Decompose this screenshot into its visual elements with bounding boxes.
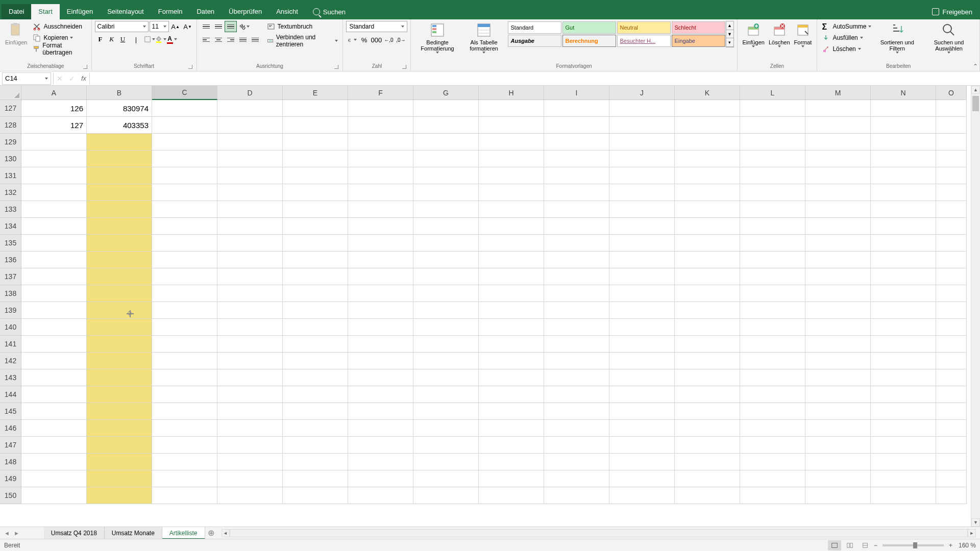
format-painter-button[interactable]: Format übertragen bbox=[31, 43, 88, 55]
decrease-indent-button[interactable] bbox=[237, 34, 249, 45]
cell-L144[interactable] bbox=[740, 386, 805, 403]
zoom-level[interactable]: 160 % bbox=[959, 542, 976, 549]
cell-A129[interactable] bbox=[21, 134, 87, 151]
cell-J142[interactable] bbox=[609, 353, 675, 369]
cell-G136[interactable] bbox=[413, 252, 479, 268]
style-besuchter[interactable]: Besuchter H... bbox=[617, 35, 671, 47]
cell-M129[interactable] bbox=[805, 134, 871, 151]
column-header-M[interactable]: M bbox=[805, 86, 871, 100]
cell-F139[interactable] bbox=[348, 302, 413, 319]
align-center-button[interactable] bbox=[212, 34, 225, 45]
sheet-tab-0[interactable]: Umsatz Q4 2018 bbox=[44, 527, 105, 539]
underline-button[interactable]: U bbox=[117, 34, 129, 45]
cell-M140[interactable] bbox=[805, 319, 871, 336]
cell-K130[interactable] bbox=[675, 151, 740, 167]
cell-D133[interactable] bbox=[217, 201, 283, 218]
cell-M144[interactable] bbox=[805, 386, 871, 403]
cell-B128[interactable]: 403353 bbox=[87, 117, 152, 134]
cell-I133[interactable] bbox=[544, 201, 609, 218]
normal-view-button[interactable] bbox=[828, 540, 841, 550]
cell-G128[interactable] bbox=[413, 117, 479, 134]
cell-E141[interactable] bbox=[283, 336, 348, 353]
delete-cells-button[interactable]: Löschen bbox=[767, 21, 792, 48]
cell-K150[interactable] bbox=[675, 487, 740, 504]
cell-L137[interactable] bbox=[740, 268, 805, 285]
cell-D144[interactable] bbox=[217, 386, 283, 403]
cell-N134[interactable] bbox=[871, 218, 936, 235]
cell-C144[interactable] bbox=[152, 386, 217, 403]
cell-A150[interactable] bbox=[21, 487, 87, 504]
cell-C132[interactable] bbox=[152, 184, 217, 201]
cell-E148[interactable] bbox=[283, 454, 348, 470]
cell-L150[interactable] bbox=[740, 487, 805, 504]
cell-M138[interactable] bbox=[805, 285, 871, 302]
cell-O139[interactable] bbox=[936, 302, 967, 319]
cell-F149[interactable] bbox=[348, 470, 413, 487]
merge-center-button[interactable]: Verbinden und zentrieren bbox=[265, 35, 340, 46]
cell-H150[interactable] bbox=[479, 487, 544, 504]
cell-H127[interactable] bbox=[479, 100, 544, 117]
cell-H139[interactable] bbox=[479, 302, 544, 319]
increase-font-button[interactable]: A▲ bbox=[170, 21, 181, 32]
cell-K132[interactable] bbox=[675, 184, 740, 201]
cell-N145[interactable] bbox=[871, 403, 936, 420]
cell-G142[interactable] bbox=[413, 353, 479, 369]
cell-J146[interactable] bbox=[609, 420, 675, 437]
cell-N131[interactable] bbox=[871, 167, 936, 184]
cell-L134[interactable] bbox=[740, 218, 805, 235]
cell-E147[interactable] bbox=[283, 437, 348, 454]
cell-B143[interactable] bbox=[87, 369, 152, 386]
cell-K140[interactable] bbox=[675, 319, 740, 336]
column-header-F[interactable]: F bbox=[348, 86, 413, 100]
cell-K134[interactable] bbox=[675, 218, 740, 235]
decrease-font-button[interactable]: A▼ bbox=[182, 21, 193, 32]
cell-F150[interactable] bbox=[348, 487, 413, 504]
cell-D145[interactable] bbox=[217, 403, 283, 420]
cell-H134[interactable] bbox=[479, 218, 544, 235]
cell-N140[interactable] bbox=[871, 319, 936, 336]
cell-C136[interactable] bbox=[152, 252, 217, 268]
cell-H147[interactable] bbox=[479, 437, 544, 454]
cell-H128[interactable] bbox=[479, 117, 544, 134]
row-header-133[interactable]: 133 bbox=[0, 201, 21, 218]
cell-B140[interactable] bbox=[87, 319, 152, 336]
cell-J135[interactable] bbox=[609, 235, 675, 252]
cell-D136[interactable] bbox=[217, 252, 283, 268]
cell-B149[interactable] bbox=[87, 470, 152, 487]
cell-N142[interactable] bbox=[871, 353, 936, 369]
row-header-147[interactable]: 147 bbox=[0, 437, 21, 454]
cell-B147[interactable] bbox=[87, 437, 152, 454]
select-all-corner[interactable] bbox=[0, 86, 21, 100]
column-header-O[interactable]: O bbox=[936, 86, 967, 100]
cell-N138[interactable] bbox=[871, 285, 936, 302]
cell-A147[interactable] bbox=[21, 437, 87, 454]
cell-O143[interactable] bbox=[936, 369, 967, 386]
column-header-N[interactable]: N bbox=[871, 86, 936, 100]
tab-einfugen[interactable]: Einfügen bbox=[60, 4, 100, 19]
horizontal-scrollbar[interactable]: ◄ ► bbox=[222, 529, 976, 538]
tell-me-search[interactable]: Suchen bbox=[305, 8, 346, 16]
column-header-J[interactable]: J bbox=[609, 86, 675, 100]
cell-E132[interactable] bbox=[283, 184, 348, 201]
cell-I145[interactable] bbox=[544, 403, 609, 420]
cell-A135[interactable] bbox=[21, 235, 87, 252]
style-standard[interactable]: Standard bbox=[508, 21, 561, 34]
cell-I148[interactable] bbox=[544, 454, 609, 470]
cell-K129[interactable] bbox=[675, 134, 740, 151]
orientation-button[interactable]: ab bbox=[239, 21, 251, 32]
row-header-149[interactable]: 149 bbox=[0, 470, 21, 487]
cell-O129[interactable] bbox=[936, 134, 967, 151]
sheet-tab-1[interactable]: Umsatz Monate bbox=[105, 527, 162, 539]
number-format-select[interactable]: Standard bbox=[346, 21, 407, 32]
cell-M127[interactable] bbox=[805, 100, 871, 117]
cell-M143[interactable] bbox=[805, 369, 871, 386]
cell-A130[interactable] bbox=[21, 151, 87, 167]
cell-L133[interactable] bbox=[740, 201, 805, 218]
row-header-148[interactable]: 148 bbox=[0, 454, 21, 470]
cell-B139[interactable] bbox=[87, 302, 152, 319]
cell-E131[interactable] bbox=[283, 167, 348, 184]
tab-daten[interactable]: Daten bbox=[189, 4, 222, 19]
cell-H137[interactable] bbox=[479, 268, 544, 285]
row-header-128[interactable]: 128 bbox=[0, 117, 21, 134]
cell-G148[interactable] bbox=[413, 454, 479, 470]
